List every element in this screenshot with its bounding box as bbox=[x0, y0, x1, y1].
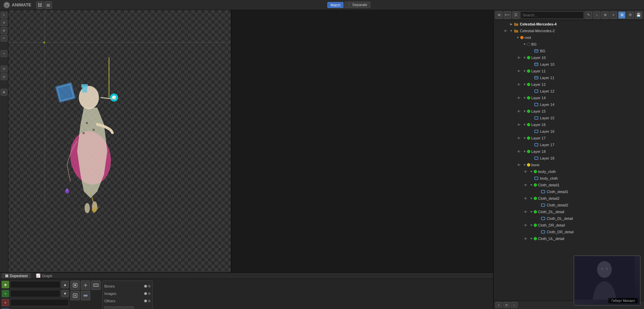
tree-item-layer15-group[interactable]: 👁 ▼ Layer 15 bbox=[494, 108, 644, 115]
vis-bodycloth-group[interactable]: 👁 bbox=[522, 168, 529, 175]
expand-clothdl-group[interactable]: ▼ bbox=[529, 208, 534, 215]
timeline-input-1[interactable] bbox=[10, 281, 60, 288]
timeline-tool-3[interactable] bbox=[91, 281, 101, 290]
right-icon-arrow[interactable]: ⟵ bbox=[504, 11, 511, 19]
tool-move[interactable]: ✛ bbox=[1, 19, 7, 26]
expand-layer10-group[interactable]: ▼ bbox=[522, 54, 527, 61]
bone-tool-chain[interactable]: ⋮ bbox=[104, 306, 114, 309]
tree-item-layer11-item[interactable]: 👁 ▶ Layer 11 bbox=[494, 74, 644, 81]
expand-layer11-group[interactable]: ▼ bbox=[522, 68, 527, 74]
right-icon-eye[interactable]: 👁 bbox=[495, 11, 503, 19]
expand-layer17-group[interactable]: ▼ bbox=[522, 135, 527, 141]
vis-layer12-group[interactable]: 👁 bbox=[516, 81, 522, 88]
right-icon-pencil[interactable]: ✎ bbox=[585, 11, 592, 19]
right-icon-filter[interactable]: ⌖ bbox=[610, 11, 617, 19]
tl-remove-btn[interactable]: × bbox=[2, 299, 9, 306]
vis-layer18-group[interactable]: 👁 bbox=[516, 148, 522, 155]
view-btn-2[interactable] bbox=[45, 1, 52, 9]
timeline-tool-4[interactable] bbox=[70, 291, 80, 300]
tree-item-bodycloth-group[interactable]: 👁 ▼ body_cloth bbox=[494, 168, 644, 175]
right-icon-list[interactable]: ☰ bbox=[512, 11, 520, 19]
timeline-input-3[interactable] bbox=[10, 299, 69, 306]
tree-item-celestial4[interactable]: 👁 ▶ Celestial-Mercedes-4 bbox=[494, 21, 644, 27]
separate-button[interactable]: ⋮ Separate bbox=[344, 2, 370, 8]
expand-bone-group[interactable]: ▼ bbox=[522, 162, 527, 168]
tree-item-layer12-group[interactable]: 👁 ▼ Layer 12 bbox=[494, 81, 644, 88]
expand-layer15-group[interactable]: ▼ bbox=[522, 108, 527, 115]
timeline-tool-5[interactable] bbox=[81, 291, 90, 300]
tree-item-bone-group[interactable]: 👁 ▼ bone bbox=[494, 162, 644, 168]
status-add-btn[interactable]: + bbox=[495, 302, 502, 308]
tree-item-layer18-group[interactable]: 👁 ▼ Layer 18 bbox=[494, 148, 644, 155]
vis-clothd1-group[interactable]: 👁 bbox=[522, 182, 529, 188]
timeline-tool-2[interactable] bbox=[81, 281, 90, 290]
expand-bg-group[interactable]: ▼ bbox=[522, 41, 527, 48]
expand-root[interactable]: ▼ bbox=[516, 34, 520, 41]
expand-layer12-group[interactable]: ▼ bbox=[522, 81, 527, 88]
right-icon-settings[interactable]: ⚙ bbox=[627, 11, 634, 19]
timeline-tool-1[interactable] bbox=[70, 281, 80, 290]
tl-add-btn[interactable]: + bbox=[2, 290, 9, 297]
tool-rotate[interactable]: ⟳ bbox=[1, 66, 7, 72]
right-icon-circle[interactable]: ○ bbox=[593, 11, 600, 19]
diamond-btn[interactable]: ◆ bbox=[2, 281, 9, 288]
bone-tool-unlink[interactable]: ⊗ bbox=[124, 306, 134, 309]
expand-clothul-group[interactable]: ▼ bbox=[529, 235, 534, 242]
timeline-input-2[interactable] bbox=[10, 290, 60, 297]
expand-layer14-group[interactable]: ▼ bbox=[522, 95, 527, 101]
tree-item-layer14-item[interactable]: 👁 ▶ Layer 14 bbox=[494, 101, 644, 108]
tab-graph[interactable]: 📈 Graph bbox=[33, 273, 56, 279]
tree-item-layer17-item[interactable]: 👁 ▶ Layer 17 bbox=[494, 141, 644, 148]
view-btn-1[interactable] bbox=[36, 1, 44, 9]
tl-arrow-down[interactable]: ▼ bbox=[61, 290, 69, 297]
tree-item-clothdl-group[interactable]: 👁 ▼ Cloth_DL_detail bbox=[494, 208, 644, 215]
tree-item-layer12-item[interactable]: 👁 ▶ Layer 12 bbox=[494, 88, 644, 95]
expand-layer16-group[interactable]: ▼ bbox=[522, 121, 527, 128]
tree-item-clothd2-group[interactable]: 👁 ▼ Cloth_detail2 bbox=[494, 195, 644, 202]
tree-item-layer17-group[interactable]: 👁 ▼ Layer 17 bbox=[494, 135, 644, 141]
tree-item-bg-item[interactable]: 👁 ▶ BG bbox=[494, 48, 644, 54]
tree-item-clothd2-item[interactable]: 👁 ▶ Cloth_detail2 bbox=[494, 202, 644, 208]
tool-circle[interactable]: ◎ bbox=[1, 73, 7, 80]
bone-tool-link[interactable]: ⇔ bbox=[114, 306, 124, 309]
tree-item-clothdr-group[interactable]: 👁 ▼ Cloth_DR_detail bbox=[494, 222, 644, 229]
tree-item-layer16-item[interactable]: 👁 ▶ Layer 16 bbox=[494, 128, 644, 135]
match-button[interactable]: Match bbox=[327, 2, 343, 8]
expand-clothdr-group[interactable]: ▼ bbox=[529, 222, 534, 229]
tool-transform[interactable]: ⌖ bbox=[1, 50, 7, 57]
viewport-left[interactable]: ↖ ✛ ⊕ ✂ ⌖ ⟳ ◎ ⊠ + bbox=[0, 10, 231, 272]
tree-item-celestial2[interactable]: 👁 ▼ Celestial-Mercedes-2 bbox=[494, 27, 644, 34]
tool-select[interactable]: ↖ bbox=[1, 12, 7, 18]
tree-item-bg-group[interactable]: 👁 ▼ BG bbox=[494, 41, 644, 48]
tree-item-clothdr-item[interactable]: 👁 ▶ Cloth_DR_detail bbox=[494, 229, 644, 235]
tree-item-clothd1-group[interactable]: 👁 ▼ Cloth_detail1 bbox=[494, 182, 644, 188]
tree-item-layer10-group[interactable]: 👁 ▼ Layer 10 bbox=[494, 54, 644, 61]
right-icon-active[interactable]: ⊞ bbox=[618, 11, 626, 19]
vis-clothd2-group[interactable]: 👁 bbox=[522, 195, 529, 202]
status-minus-btn[interactable]: − bbox=[511, 302, 518, 308]
expand-celestial2[interactable]: ▼ bbox=[509, 27, 514, 34]
tool-cut[interactable]: ✂ bbox=[1, 35, 7, 42]
vis-layer10-group[interactable]: 👁 bbox=[516, 54, 522, 61]
vis-bone-group[interactable]: 👁 bbox=[516, 162, 522, 168]
vis-layer15-group[interactable]: 👁 bbox=[516, 108, 522, 115]
expand-bodycloth-group[interactable]: ▼ bbox=[529, 168, 534, 175]
viewport-right[interactable] bbox=[231, 10, 493, 272]
expand-clothd2-group[interactable]: ▼ bbox=[529, 195, 534, 202]
vis-layer17-group[interactable]: 👁 bbox=[516, 135, 522, 141]
tool-add[interactable]: ⊕ bbox=[1, 27, 7, 34]
tree-item-layer18-item[interactable]: 👁 ▶ Layer 18 bbox=[494, 155, 644, 162]
tree-item-layer11-group[interactable]: 👁 ▼ Layer 11 bbox=[494, 68, 644, 74]
tree-item-clothdl-item[interactable]: 👁 ▶ Cloth_DL_detail bbox=[494, 215, 644, 222]
tl-arrow-up[interactable]: ▲ bbox=[61, 281, 69, 288]
tool-grid[interactable]: ⊠ bbox=[1, 89, 7, 96]
vis-layer11-group[interactable]: 👁 bbox=[516, 68, 522, 74]
vis-clothul-group[interactable]: 👁 bbox=[522, 235, 529, 242]
tree-item-clothd1-item[interactable]: 👁 ▶ Cloth_detail1 bbox=[494, 188, 644, 195]
vis-clothdl-group[interactable]: 👁 bbox=[522, 208, 529, 215]
expand-celestial4[interactable]: ▶ bbox=[509, 21, 514, 27]
vis-clothdr-group[interactable]: 👁 bbox=[522, 222, 529, 229]
vis-celestial2[interactable]: 👁 bbox=[502, 27, 509, 34]
tree-item-layer10-item[interactable]: 👁 ▶ Layer 10 bbox=[494, 61, 644, 68]
tree-item-layer15-item[interactable]: 👁 ▶ Layer 15 bbox=[494, 115, 644, 121]
